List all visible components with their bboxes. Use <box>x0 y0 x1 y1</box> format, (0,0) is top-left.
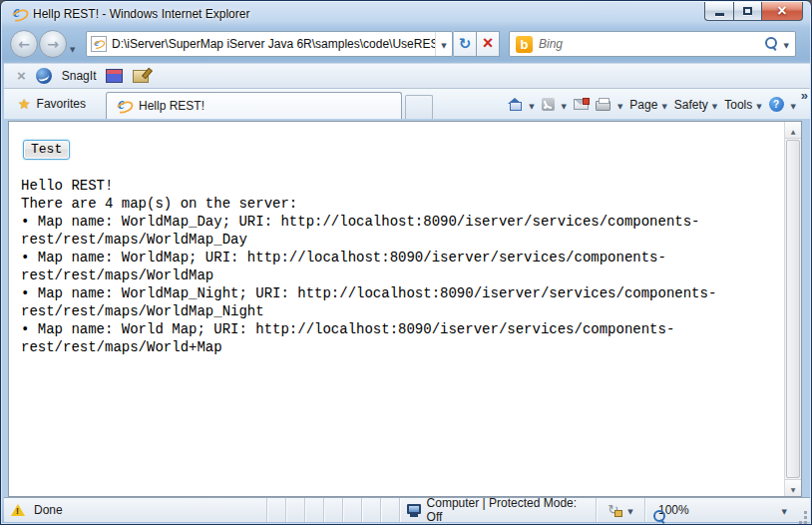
zone-text: Computer | Protected Mode: Off <box>427 496 589 524</box>
map-list: • Map name: WorldMap_Day; URI: http://lo… <box>21 213 772 356</box>
address-bar[interactable]: D:\iServer\SuperMap iServer Java 6R\samp… <box>86 31 453 57</box>
browser-window: Hellp REST! - Windows Internet Explorer … <box>0 0 812 525</box>
window-title: Hellp REST! - Windows Internet Explorer <box>33 7 249 21</box>
search-input[interactable]: Bing <box>539 37 758 51</box>
zone-settings-button[interactable] <box>596 498 644 522</box>
address-input[interactable]: D:\iServer\SuperMap iServer Java 6R\samp… <box>112 37 435 51</box>
map-entry: • Map name: WorldMap_Day; URI: http://lo… <box>21 213 772 249</box>
zoom-dropdown[interactable] <box>782 503 787 517</box>
address-dropdown[interactable] <box>435 32 452 56</box>
security-zone-pane: Computer | Protected Mode: Off <box>399 498 596 522</box>
status-cell <box>266 498 285 522</box>
ie-logo-icon <box>11 6 27 22</box>
chevron-down-icon <box>712 98 717 112</box>
caption-buttons <box>704 2 803 21</box>
refresh-button[interactable] <box>454 31 477 57</box>
search-box[interactable]: Bing <box>509 31 796 57</box>
maximize-button[interactable] <box>733 2 761 21</box>
safety-menu[interactable]: Safety <box>674 98 717 112</box>
page-favicon-icon <box>91 36 107 52</box>
chevron-down-icon <box>756 98 761 112</box>
print-dropdown[interactable] <box>617 98 622 112</box>
search-icon[interactable] <box>764 37 778 51</box>
status-cell <box>342 498 361 522</box>
chevron-down-icon <box>661 98 666 112</box>
scroll-up-icon <box>791 123 796 137</box>
close-button[interactable] <box>761 2 803 21</box>
status-cell <box>323 498 342 522</box>
maximize-icon <box>743 7 752 15</box>
scroll-up-button[interactable] <box>785 122 801 139</box>
snagit-toolbar: SnagIt <box>4 63 810 89</box>
search-dropdown[interactable] <box>784 37 789 51</box>
snagit-edit-icon[interactable] <box>133 70 149 83</box>
zoom-control[interactable]: 100% <box>644 498 794 522</box>
snagit-capture-icon[interactable] <box>106 69 123 83</box>
favorites-button[interactable]: Favorites <box>14 93 90 115</box>
tools-menu-label: Tools <box>724 98 752 112</box>
feeds-button[interactable] <box>542 98 555 111</box>
status-message-pane: Done <box>4 503 266 517</box>
navigation-bar: ← → D:\iServer\SuperMap iServer Java 6R\… <box>2 26 812 63</box>
scrollbar-thumb[interactable] <box>786 140 800 478</box>
tab-title: Hellp REST! <box>139 99 204 113</box>
toolbar-overflow-chevron[interactable] <box>801 88 808 103</box>
warning-icon <box>11 504 25 516</box>
computer-icon <box>407 504 421 514</box>
recent-pages-dropdown[interactable] <box>70 41 75 55</box>
status-cell <box>380 498 399 522</box>
forward-button[interactable]: → <box>39 30 67 58</box>
home-icon <box>508 98 522 111</box>
resize-grip[interactable] <box>794 498 810 522</box>
status-bar: Done Computer | Protected Mode: Off 100% <box>4 497 810 522</box>
scroll-down-icon <box>791 481 796 495</box>
page-body: Test Hello REST! There are 4 map(s) on t… <box>9 122 784 496</box>
home-dropdown[interactable] <box>529 98 534 112</box>
minimize-icon <box>715 13 724 16</box>
status-cell <box>285 498 304 522</box>
status-text: Done <box>34 503 63 517</box>
close-toolbar-icon[interactable] <box>17 68 26 84</box>
back-arrow-icon: ← <box>18 37 30 51</box>
status-cell <box>361 498 380 522</box>
scroll-down-button[interactable] <box>785 479 801 496</box>
vertical-scrollbar[interactable] <box>784 122 801 496</box>
star-icon <box>18 96 31 112</box>
stop-button[interactable] <box>477 31 500 57</box>
printer-icon <box>596 101 610 111</box>
zone-settings-icon <box>608 503 621 517</box>
forward-arrow-icon: → <box>47 37 59 51</box>
rss-feeds-icon <box>542 98 555 111</box>
page-text: Hello REST! There are 4 map(s) on the se… <box>21 177 772 356</box>
map-entry: • Map name: WorldMap; URI: http://localh… <box>21 249 772 284</box>
chevron-down-icon <box>441 37 446 51</box>
status-cell <box>304 498 323 522</box>
help-dropdown[interactable] <box>791 98 796 112</box>
home-button[interactable] <box>508 98 522 111</box>
page-menu-label: Page <box>629 98 657 112</box>
minimize-button[interactable] <box>704 2 733 21</box>
title-bar[interactable]: Hellp REST! - Windows Internet Explorer <box>1 1 811 26</box>
print-button[interactable] <box>596 98 610 111</box>
tools-menu[interactable]: Tools <box>724 98 761 112</box>
mail-icon <box>574 99 589 110</box>
feeds-dropdown[interactable] <box>562 98 567 112</box>
snagit-logo-icon <box>36 68 52 84</box>
chevron-down-icon <box>627 503 632 517</box>
help-icon <box>769 97 784 112</box>
new-tab-button[interactable] <box>405 95 433 119</box>
help-button[interactable] <box>769 97 784 112</box>
page-heading: Hello REST! <box>21 177 772 195</box>
test-button[interactable]: Test <box>23 140 70 160</box>
stop-icon <box>483 36 494 52</box>
ie-favicon <box>93 38 104 49</box>
command-bar: Page Safety Tools <box>508 92 796 117</box>
tab-hellp-rest[interactable]: Hellp REST! <box>106 92 402 119</box>
page-content-area: Test Hello REST! There are 4 map(s) on t… <box>8 121 802 497</box>
back-button[interactable]: ← <box>10 30 38 58</box>
read-mail-button[interactable] <box>574 99 589 110</box>
favorites-label: Favorites <box>37 97 86 111</box>
page-menu[interactable]: Page <box>629 98 666 112</box>
safety-menu-label: Safety <box>674 98 708 112</box>
close-icon <box>777 3 786 19</box>
